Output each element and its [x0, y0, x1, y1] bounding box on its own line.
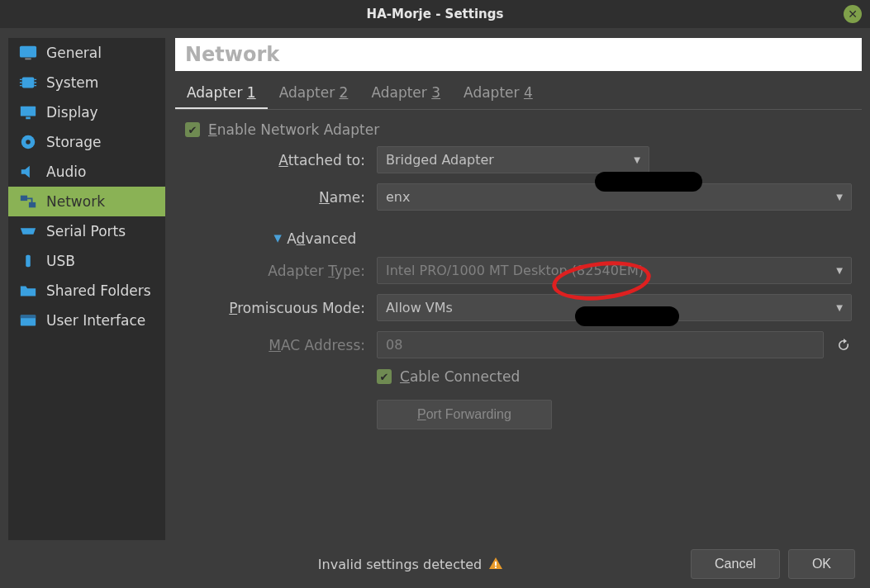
- chevron-down-icon: ▼: [634, 155, 640, 164]
- adapter-type-select: Intel PRO/1000 MT Desktop (82540EM)▼: [377, 257, 852, 284]
- body: General System Display Storage Audio Net…: [0, 28, 870, 540]
- sidebar-item-usb[interactable]: USB: [8, 246, 165, 276]
- sidebar-item-label: Display: [46, 104, 98, 121]
- main-panel: Network Adapter 1 Adapter 2 Adapter 3 Ad…: [175, 38, 862, 540]
- adapter-tabs: Adapter 1 Adapter 2 Adapter 3 Adapter 4: [175, 78, 862, 110]
- refresh-mac-icon[interactable]: [835, 337, 852, 353]
- tab-adapter-1[interactable]: Adapter 1: [175, 78, 268, 109]
- advanced-toggle[interactable]: ▶ Advanced: [274, 230, 852, 247]
- promiscuous-label: Promiscuous Mode:: [192, 300, 365, 316]
- network-icon: [18, 193, 38, 210]
- svg-rect-1: [25, 58, 31, 59]
- sidebar-item-audio[interactable]: Audio: [8, 157, 165, 187]
- sidebar-item-label: USB: [46, 253, 75, 269]
- speaker-icon: [18, 164, 38, 180]
- ui-icon: [18, 312, 38, 329]
- monitor-icon: [18, 45, 38, 61]
- adapter-pane: ✔ Enable Network Adapter Attached to: Br…: [175, 110, 862, 441]
- tab-adapter-2[interactable]: Adapter 2: [268, 78, 360, 109]
- sidebar-item-display[interactable]: Display: [8, 97, 165, 127]
- settings-window: HA-Morje - Settings ✕ General System Dis…: [0, 0, 870, 588]
- sidebar-item-storage[interactable]: Storage: [8, 127, 165, 157]
- sidebar-item-label: User Interface: [46, 312, 145, 329]
- ok-button[interactable]: OK: [788, 549, 855, 579]
- sidebar-item-label: Shared Folders: [46, 282, 151, 299]
- folder-icon: [18, 282, 38, 299]
- close-icon[interactable]: ✕: [844, 5, 862, 23]
- titlebar: HA-Morje - Settings ✕: [0, 0, 870, 28]
- form-grid: Attached to: Bridged Adapter▼ Name: enx▼…: [192, 146, 852, 429]
- svg-rect-11: [21, 315, 36, 319]
- serial-icon: [18, 223, 38, 239]
- redaction: [595, 172, 702, 192]
- chevron-down-icon: ▼: [836, 192, 843, 202]
- sidebar: General System Display Storage Audio Net…: [8, 38, 165, 540]
- enable-adapter-row[interactable]: ✔ Enable Network Adapter: [185, 121, 852, 138]
- redaction: [575, 306, 679, 326]
- cancel-button[interactable]: Cancel: [691, 549, 780, 579]
- chip-icon: [18, 74, 38, 91]
- chevron-down-icon: ▼: [836, 266, 843, 275]
- sidebar-item-label: System: [46, 74, 98, 91]
- svg-rect-13: [495, 567, 497, 568]
- name-label: Name:: [192, 189, 365, 206]
- attached-to-select[interactable]: Bridged Adapter▼: [377, 146, 649, 173]
- sidebar-item-label: Storage: [46, 134, 102, 150]
- triangle-down-icon: ▶: [273, 235, 284, 242]
- svg-rect-0: [20, 46, 36, 58]
- sidebar-item-ui[interactable]: User Interface: [8, 306, 165, 335]
- attached-to-label: Attached to:: [192, 152, 365, 168]
- svg-point-6: [26, 140, 31, 145]
- display-icon: [18, 104, 38, 121]
- adapter-type-label: Adapter Type:: [192, 263, 365, 279]
- svg-rect-7: [21, 196, 27, 201]
- chevron-down-icon: ▼: [836, 303, 843, 312]
- svg-rect-12: [495, 562, 497, 566]
- svg-rect-2: [22, 78, 35, 88]
- section-header: Network: [175, 38, 862, 71]
- sidebar-item-label: General: [46, 45, 102, 61]
- svg-rect-3: [21, 107, 36, 116]
- sidebar-item-general[interactable]: General: [8, 38, 165, 68]
- tab-adapter-4[interactable]: Adapter 4: [452, 78, 544, 109]
- disk-icon: [18, 134, 38, 150]
- status-text: Invalid settings detected: [139, 557, 682, 572]
- port-forwarding-button: Port Forwarding: [377, 400, 552, 429]
- footer: Invalid settings detected Cancel OK: [0, 540, 870, 588]
- checkbox-icon[interactable]: ✔: [185, 122, 200, 137]
- mac-input[interactable]: 08: [377, 331, 824, 358]
- mac-label: MAC Address:: [192, 337, 365, 353]
- svg-rect-4: [26, 117, 31, 120]
- tab-adapter-3[interactable]: Adapter 3: [359, 78, 452, 109]
- sidebar-item-shared[interactable]: Shared Folders: [8, 276, 165, 306]
- sidebar-item-network[interactable]: Network: [8, 187, 165, 216]
- sidebar-item-label: Network: [46, 193, 105, 210]
- warning-icon: [488, 557, 503, 571]
- checkbox-icon[interactable]: ✔: [377, 369, 392, 384]
- sidebar-item-system[interactable]: System: [8, 68, 165, 97]
- sidebar-item-serial[interactable]: Serial Ports: [8, 216, 165, 246]
- sidebar-item-label: Audio: [46, 164, 86, 180]
- usb-icon: [18, 253, 38, 269]
- window-title: HA-Morje - Settings: [367, 7, 504, 21]
- cable-connected-row[interactable]: ✔ Cable Connected: [377, 368, 824, 385]
- svg-rect-9: [26, 255, 31, 268]
- enable-adapter-label: Enable Network Adapter: [208, 121, 379, 138]
- sidebar-item-label: Serial Ports: [46, 223, 126, 239]
